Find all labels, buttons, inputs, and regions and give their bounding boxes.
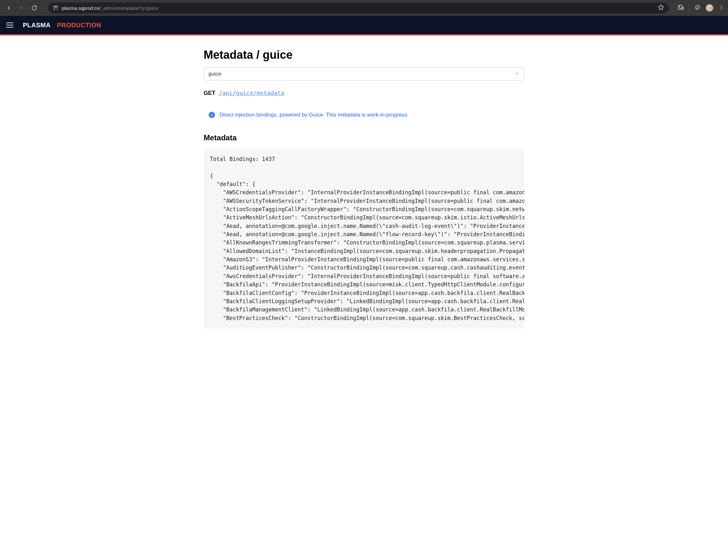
environment-label: PRODUCTION: [57, 22, 101, 29]
info-text: Direct injection bindings, powered by Gu…: [219, 112, 409, 118]
chevron-down-icon: [515, 71, 520, 77]
metadata-code-block[interactable]: Total Bindings: 1437 { "default": { "AWS…: [204, 149, 524, 328]
total-bindings-line: Total Bindings: 1437: [210, 156, 275, 162]
browser-menu-icon[interactable]: [718, 4, 724, 11]
reload-button[interactable]: [29, 3, 39, 13]
svg-point-2: [54, 9, 55, 10]
metadata-select[interactable]: guice: [204, 67, 524, 81]
url-bar[interactable]: plasma.sqprod.co/_admin/metadata/?q=guic…: [48, 3, 669, 13]
info-icon: i: [209, 112, 215, 118]
svg-marker-3: [658, 5, 664, 10]
back-button[interactable]: [4, 3, 14, 13]
json-body: { "default": { "AWSCredentialsProvider":…: [210, 173, 524, 321]
forward-button[interactable]: [17, 3, 27, 13]
page-content: Metadata / guice guice GET /api/guice/me…: [197, 36, 531, 341]
api-method: GET: [204, 90, 215, 96]
app-header: PLASMA PRODUCTION: [0, 16, 728, 36]
leaf-icon[interactable]: [694, 4, 701, 12]
site-settings-icon[interactable]: [53, 5, 58, 11]
browser-chrome: plasma.sqprod.co/_admin/metadata/?q=guic…: [0, 0, 728, 16]
hamburger-menu-icon[interactable]: [6, 20, 17, 30]
svg-rect-0: [53, 6, 55, 7]
extensions-icon[interactable]: [677, 4, 684, 12]
svg-point-6: [721, 9, 722, 10]
select-value: guice: [208, 71, 221, 77]
svg-rect-1: [56, 6, 58, 7]
page-title: Metadata / guice: [204, 48, 524, 62]
svg-point-5: [721, 7, 722, 8]
section-title: Metadata: [204, 133, 524, 142]
browser-actions: [677, 4, 724, 12]
url-text: plasma.sqprod.co/_admin/metadata/?q=guic…: [62, 5, 158, 11]
api-path-link[interactable]: /api/guice/metadata: [219, 90, 284, 96]
avatar[interactable]: [706, 4, 713, 12]
info-banner: i Direct injection bindings, powered by …: [204, 109, 524, 121]
bookmark-star-icon[interactable]: [658, 4, 664, 12]
svg-point-4: [721, 5, 722, 6]
app-title: PLASMA: [23, 22, 51, 29]
divider: [689, 5, 689, 11]
api-line: GET /api/guice/metadata: [204, 90, 524, 97]
